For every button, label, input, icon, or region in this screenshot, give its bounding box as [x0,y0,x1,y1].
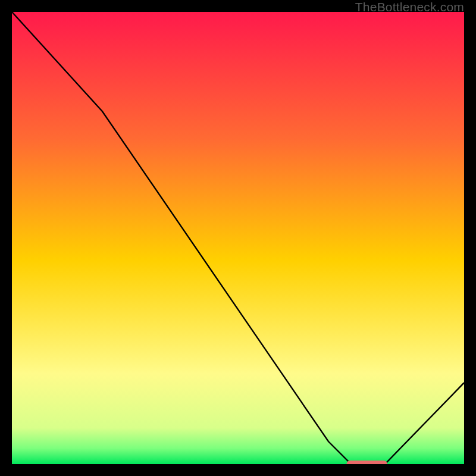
bottleneck-chart [12,12,464,464]
optimal-range-marker [346,461,387,464]
watermark-label: TheBottleneck.com [355,0,464,14]
gradient-background [12,12,464,464]
chart-stage: TheBottleneck.com [0,0,476,476]
